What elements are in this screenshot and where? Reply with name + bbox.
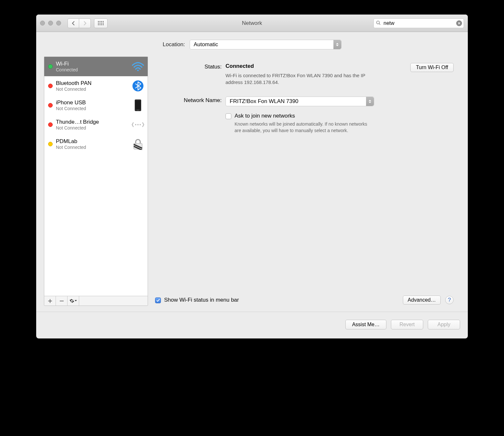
action-menu-button[interactable]	[68, 296, 79, 306]
status-value: Connected	[226, 63, 254, 69]
x-icon	[458, 22, 460, 25]
sidebar-item-wi-fi[interactable]: Wi-FiConnected	[44, 57, 148, 76]
interface-status: Not Connected	[56, 125, 128, 130]
svg-point-6	[137, 109, 139, 111]
close-window-button[interactable]	[40, 21, 45, 26]
bluetooth-icon	[131, 79, 144, 92]
location-value: Automatic	[194, 41, 218, 48]
ask-join-checkbox[interactable]	[226, 113, 231, 119]
interface-status: Connected	[56, 67, 128, 72]
interface-sidebar: Wi-FiConnectedBluetooth PANNot Connected…	[44, 57, 148, 306]
interface-name: PDMLab	[56, 138, 128, 145]
svg-line-1	[379, 24, 381, 25]
chevron-left-icon	[72, 21, 75, 26]
location-select[interactable]: Automatic	[190, 40, 341, 49]
status-dot	[48, 84, 53, 88]
network-name-select[interactable]: FRITZ!Box Fon WLAN 7390	[226, 97, 374, 106]
item-text: PDMLabNot Connected	[56, 138, 128, 150]
svg-point-0	[377, 21, 380, 24]
detail-bottom-row: Show Wi-Fi status in menu bar Advanced… …	[155, 296, 454, 306]
status-dot	[48, 64, 53, 69]
item-text: Bluetooth PANNot Connected	[56, 80, 128, 92]
main-area: Wi-FiConnectedBluetooth PANNot Connected…	[36, 57, 468, 312]
show-all-button[interactable]	[94, 18, 108, 28]
window-title: Network	[242, 20, 262, 26]
help-icon: ?	[448, 297, 451, 303]
interface-name: Wi-Fi	[56, 61, 128, 67]
sidebar-toolbar	[44, 296, 148, 306]
ask-join-label: Ask to join new networks	[235, 113, 373, 119]
phone-icon	[131, 99, 144, 112]
status-dot	[48, 103, 53, 108]
interface-status: Not Connected	[56, 87, 128, 92]
network-name-row: Network Name: FRITZ!Box Fon WLAN 7390 As…	[155, 97, 454, 134]
chevron-right-icon	[83, 21, 87, 26]
minimize-window-button[interactable]	[48, 21, 53, 26]
bridge-icon	[131, 118, 144, 131]
search-input[interactable]	[373, 18, 464, 28]
plus-icon	[48, 299, 52, 303]
ask-join-row: Ask to join new networks Known networks …	[226, 113, 454, 134]
revert-button[interactable]: Revert	[391, 320, 423, 329]
svg-point-7	[135, 124, 136, 125]
check-icon	[156, 299, 160, 302]
clear-search-button[interactable]	[456, 20, 462, 26]
network-name-label: Network Name:	[155, 97, 226, 134]
wifi-toggle-button[interactable]: Turn Wi-Fi Off	[410, 63, 454, 72]
titlebar: Network	[36, 15, 468, 32]
interface-name: Thunde…t Bridge	[56, 119, 128, 125]
add-interface-button[interactable]	[44, 296, 56, 306]
show-status-checkbox[interactable]	[155, 297, 161, 303]
grid-icon	[98, 21, 104, 25]
interface-status: Not Connected	[56, 145, 128, 150]
forward-button[interactable]	[79, 18, 91, 28]
advanced-button[interactable]: Advanced…	[403, 296, 441, 305]
location-label: Location:	[163, 41, 185, 48]
help-button[interactable]: ?	[445, 296, 454, 304]
sidebar-item-pdmlab[interactable]: PDMLabNot Connected	[44, 134, 148, 154]
interface-status: Not Connected	[56, 106, 128, 111]
preferences-window: Network Location: Automatic Wi-FiConnect…	[36, 15, 468, 338]
select-arrows-icon	[366, 97, 374, 106]
gear-icon	[69, 298, 74, 303]
search-icon	[376, 20, 381, 26]
back-button[interactable]	[68, 18, 79, 28]
assist-me-button[interactable]: Assist Me…	[345, 320, 386, 329]
show-status-label: Show Wi-Fi status in menu bar	[164, 297, 239, 303]
apply-button[interactable]: Apply	[428, 320, 460, 329]
location-row: Location: Automatic	[36, 32, 468, 57]
item-text: Thunde…t BridgeNot Connected	[56, 119, 128, 130]
item-text: Wi-FiConnected	[56, 61, 128, 72]
svg-point-8	[137, 124, 139, 125]
remove-interface-button[interactable]	[56, 296, 68, 306]
search-field-wrap	[373, 18, 464, 28]
status-dot	[48, 122, 53, 127]
interface-list: Wi-FiConnectedBluetooth PANNot Connected…	[44, 57, 148, 296]
item-text: iPhone USBNot Connected	[56, 99, 128, 111]
sidebar-item-iphone-usb[interactable]: iPhone USBNot Connected	[44, 96, 148, 115]
ask-join-description: Known networks will be joined automatica…	[235, 121, 373, 134]
interface-name: Bluetooth PAN	[56, 80, 128, 87]
detail-panel: Status: Connected Turn Wi-Fi Off Wi-Fi i…	[155, 57, 460, 306]
footer: Assist Me… Revert Apply	[36, 312, 468, 338]
zoom-window-button[interactable]	[56, 21, 61, 26]
network-name-value: FRITZ!Box Fon WLAN 7390	[230, 98, 299, 105]
window-controls	[40, 21, 61, 26]
vpn-icon	[131, 138, 144, 151]
status-description: Wi-Fi is connected to FRITZ!Box Fon WLAN…	[226, 72, 381, 86]
svg-rect-5	[135, 101, 141, 109]
status-row: Status: Connected Turn Wi-Fi Off Wi-Fi i…	[155, 63, 454, 86]
select-arrows-icon	[333, 40, 341, 49]
interface-name: iPhone USB	[56, 99, 128, 106]
svg-point-9	[140, 124, 141, 125]
nav-buttons	[68, 18, 91, 28]
status-label: Status:	[155, 63, 226, 86]
sidebar-item-thunde-t-bridge[interactable]: Thunde…t BridgeNot Connected	[44, 115, 148, 134]
minus-icon	[60, 299, 64, 303]
chevron-down-icon	[75, 300, 77, 302]
status-dot	[48, 142, 53, 146]
sidebar-item-bluetooth-pan[interactable]: Bluetooth PANNot Connected	[44, 76, 148, 96]
svg-point-2	[137, 70, 139, 71]
wifi-icon	[131, 60, 144, 73]
